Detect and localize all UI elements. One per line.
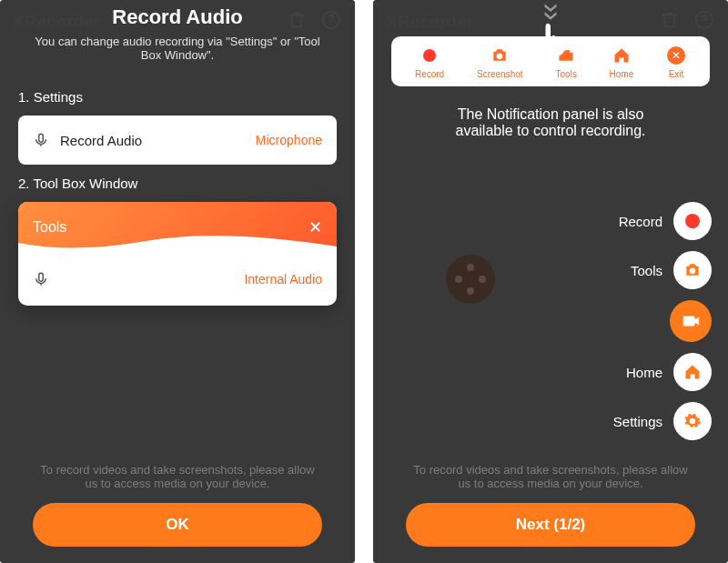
row-value: Microphone xyxy=(256,133,322,147)
screen-notification-intro: XRecorder ALLOW Record Screenshot xyxy=(373,0,728,563)
toolbox-icon xyxy=(673,251,712,289)
fab-home[interactable]: Home xyxy=(626,353,712,391)
fab-record[interactable]: Record xyxy=(619,202,712,240)
fab-main[interactable] xyxy=(670,300,712,342)
home-icon xyxy=(612,45,632,65)
record-icon xyxy=(420,45,440,65)
permission-message: To record videos and take screenshots, p… xyxy=(18,463,337,490)
notif-label: Tools xyxy=(555,69,576,79)
page-title: Record Audio xyxy=(18,5,337,29)
row-value: Internal Audio xyxy=(244,272,322,287)
notif-exit[interactable]: ✕ Exit xyxy=(666,45,686,79)
home-icon xyxy=(673,353,712,391)
notif-label: Screenshot xyxy=(477,69,523,79)
floating-menu: Record Tools Home Settin xyxy=(613,202,712,440)
notif-label: Home xyxy=(610,69,634,79)
fab-label: Home xyxy=(626,365,662,380)
record-audio-overlay: Record Audio You can change audio record… xyxy=(0,0,355,563)
hand-pointer-icon xyxy=(531,20,571,60)
fab-label: Settings xyxy=(613,414,662,429)
notif-label: Record xyxy=(415,69,444,79)
page-subtitle: You can change audio recording via "Sett… xyxy=(18,35,337,62)
toolbox-header: Tools ✕ xyxy=(18,202,337,253)
fab-label: Tools xyxy=(631,263,662,278)
notif-label: Exit xyxy=(669,69,684,79)
notif-home[interactable]: Home xyxy=(610,45,634,79)
wave-decoration xyxy=(18,234,337,254)
video-camera-icon xyxy=(670,300,712,342)
permission-message: To record videos and take screenshots, p… xyxy=(391,463,710,490)
microphone-icon xyxy=(33,132,49,148)
screen-record-audio: XRecorder ALLOW Record Audio You can cha… xyxy=(0,0,355,563)
microphone-icon xyxy=(33,271,49,287)
fab-tools[interactable]: Tools xyxy=(631,251,712,289)
toolbox-record-audio-row[interactable]: Record Audio Internal Audio xyxy=(18,253,337,306)
fab-label: Record xyxy=(619,214,662,229)
settings-record-audio-row[interactable]: Record Audio Microphone xyxy=(18,116,337,165)
toolbox-card: Tools ✕ Record Audio Internal Audio xyxy=(18,202,337,306)
notif-record[interactable]: Record xyxy=(415,45,444,79)
section-settings-label: 1. Settings xyxy=(18,89,337,105)
ok-button[interactable]: OK xyxy=(33,503,322,547)
next-button[interactable]: Next (1/2) xyxy=(406,503,695,547)
notification-overlay: Record Screenshot Tools Home xyxy=(373,0,728,563)
notif-screenshot[interactable]: Screenshot xyxy=(477,45,523,79)
notification-caption: The Notification panel is also available… xyxy=(391,106,710,139)
svg-rect-2 xyxy=(39,273,44,281)
svg-rect-1 xyxy=(39,134,44,142)
swipe-down-hint xyxy=(531,0,571,60)
row-label: Record Audio xyxy=(60,133,142,148)
row-label: Record Audio xyxy=(49,271,136,287)
camera-icon xyxy=(490,45,510,65)
record-icon xyxy=(673,202,712,240)
film-reel-decoration xyxy=(446,255,495,304)
exit-icon: ✕ xyxy=(666,45,686,65)
fab-settings[interactable]: Settings xyxy=(613,402,712,440)
section-toolbox-label: 2. Tool Box Window xyxy=(18,176,337,191)
gear-icon xyxy=(673,402,712,440)
